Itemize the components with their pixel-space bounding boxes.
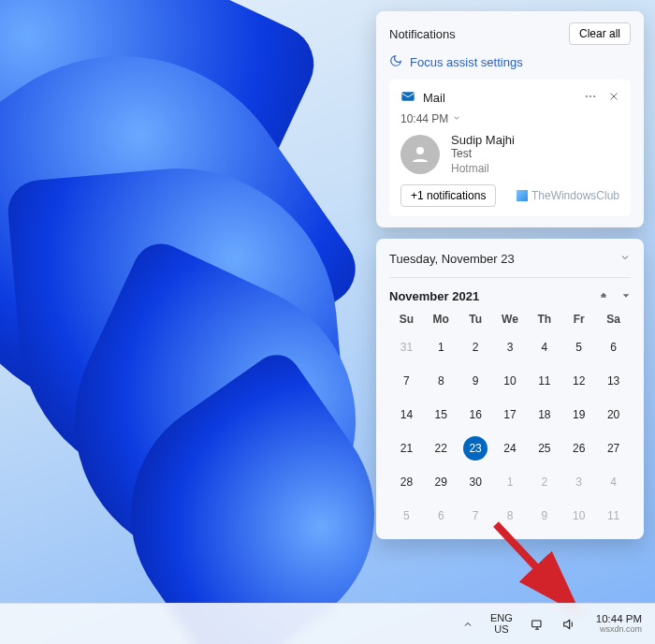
calendar-day[interactable]: 3 [561,470,596,494]
calendar-day[interactable]: 10 [561,504,596,528]
calendar-day[interactable]: 14 [389,402,424,427]
calendar-day[interactable]: 2 [458,335,493,359]
calendar-day[interactable]: 9 [458,369,493,393]
calendar-date-row[interactable]: Tuesday, November 23 [389,250,631,278]
svg-point-1 [586,95,588,97]
calendar-day[interactable]: 4 [596,470,631,494]
prev-month-icon[interactable] [599,289,608,303]
network-icon[interactable] [524,604,550,644]
mail-app-icon [400,89,415,107]
calendar-panel: Tuesday, November 23 November 2021 SuMoT… [376,239,644,539]
calendar-day[interactable]: 22 [424,436,458,461]
calendar-day[interactable]: 20 [596,402,631,427]
clear-all-button[interactable]: Clear all [569,22,631,45]
day-of-week-header: Sa [596,313,631,326]
mail-account: Hotmail [451,162,515,175]
calendar-day[interactable]: 16 [458,402,493,427]
calendar-day[interactable]: 24 [493,436,528,461]
day-of-week-header: Fr [561,313,596,326]
calendar-day[interactable]: 7 [389,369,424,393]
svg-point-2 [590,95,591,97]
watermark: TheWindowsClub [517,189,619,202]
day-of-week-header: Mo [424,313,458,326]
collapse-calendar-icon[interactable] [619,252,631,266]
calendar-day[interactable]: 30 [458,470,493,494]
calendar-day[interactable]: 9 [527,504,561,528]
calendar-day[interactable]: 27 [596,436,631,461]
calendar-day[interactable]: 8 [424,369,458,393]
day-of-week-header: We [493,313,528,326]
sender-name: Sudip Majhi [451,133,515,147]
month-year-label[interactable]: November 2021 [389,289,479,303]
calendar-day[interactable]: 13 [596,369,631,393]
taskbar-clock[interactable]: 10:44 PM wsxdn.com [588,604,649,644]
sender-avatar [400,135,440,174]
svg-rect-0 [401,92,414,100]
calendar-day[interactable]: 3 [493,335,528,359]
calendar-day[interactable]: 5 [561,335,596,359]
current-date-label: Tuesday, November 23 [389,252,515,266]
calendar-day[interactable]: 7 [458,504,493,528]
calendar-day[interactable]: 19 [561,402,596,427]
calendar-day[interactable]: 12 [561,369,596,393]
calendar-day[interactable]: 1 [424,335,458,359]
more-options-icon[interactable] [584,90,597,106]
day-of-week-header: Th [527,313,561,326]
calendar-day[interactable]: 25 [527,436,561,461]
mail-subject: Test [451,147,515,160]
calendar-day[interactable]: 11 [596,504,631,528]
mail-notification-card[interactable]: Mail 10:44 PM [389,80,631,216]
focus-assist-settings-link[interactable]: Focus assist settings [389,54,631,70]
focus-assist-label: Focus assist settings [410,55,523,69]
watermark-icon [517,190,528,201]
calendar-day[interactable]: 6 [596,335,631,359]
notifications-title: Notifications [389,27,456,41]
calendar-day[interactable]: 1 [493,470,528,494]
calendar-day[interactable]: 15 [424,402,458,427]
next-month-icon[interactable] [621,289,631,303]
calendar-day[interactable]: 2 [527,470,561,494]
calendar-day-today[interactable]: 23 [463,436,488,461]
calendar-day[interactable]: 18 [527,402,561,427]
calendar-day[interactable]: 26 [561,436,596,461]
day-of-week-header: Tu [458,313,493,326]
calendar-day[interactable]: 6 [424,504,458,528]
notification-time: 10:44 PM [400,112,448,125]
svg-point-4 [416,147,424,154]
svg-point-3 [593,95,595,97]
close-notification-icon[interactable] [608,91,619,105]
calendar-day[interactable]: 29 [424,470,458,494]
moon-icon [389,54,402,70]
calendar-day[interactable]: 10 [493,369,528,393]
svg-rect-6 [531,621,540,627]
calendar-grid: SuMoTuWeThFrSa31123456789101112131415161… [389,313,631,528]
tray-chevron-up-icon[interactable] [457,604,479,644]
day-of-week-header: Su [389,313,424,326]
calendar-day[interactable]: 4 [527,335,561,359]
calendar-day[interactable]: 21 [389,436,424,461]
chevron-down-icon[interactable] [452,112,461,125]
mail-app-name: Mail [423,91,445,105]
volume-icon[interactable] [556,604,582,644]
calendar-day[interactable]: 17 [493,402,528,427]
more-notifications-button[interactable]: +1 notifications [400,184,496,207]
notifications-panel: Notifications Clear all Focus assist set… [376,11,644,227]
calendar-day[interactable]: 11 [527,369,561,393]
language-indicator[interactable]: ENG US [485,604,518,644]
taskbar: ENG US 10:44 PM wsxdn.com [0,603,655,644]
calendar-day[interactable]: 31 [389,335,424,359]
calendar-day[interactable]: 28 [389,470,424,494]
calendar-day[interactable]: 5 [389,504,424,528]
calendar-day[interactable]: 8 [493,504,528,528]
